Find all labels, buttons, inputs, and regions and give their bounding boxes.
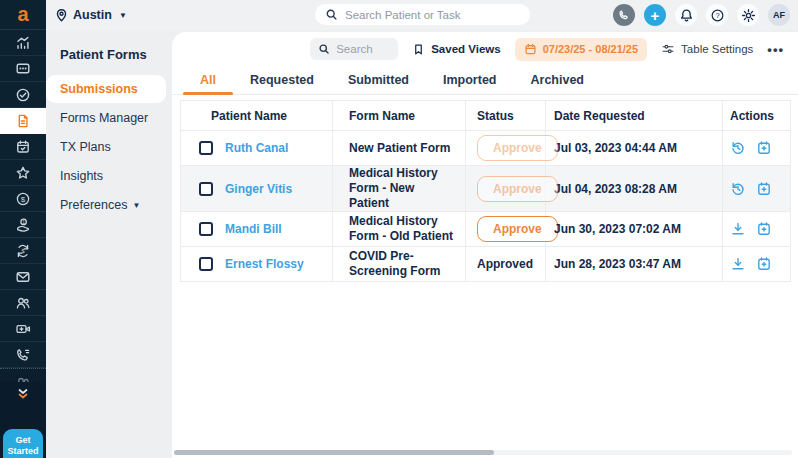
calendar-add-icon[interactable] (756, 221, 772, 237)
sidebar-item-tx-plans[interactable]: TX Plans (46, 133, 166, 161)
row-checkbox[interactable] (199, 182, 213, 196)
submissions-tabs: AllRequestedSubmittedImportedArchived (172, 66, 798, 95)
rail-item-call-log[interactable] (0, 342, 46, 368)
rail-scroll-more[interactable] (0, 382, 46, 408)
patient-name-link[interactable]: Ginger Vitis (225, 182, 292, 196)
map-pin-icon (54, 8, 69, 23)
settings-button[interactable] (737, 4, 759, 26)
rail-item-mail[interactable] (0, 264, 46, 290)
bookmark-icon (412, 43, 425, 56)
star-icon (15, 165, 31, 181)
column-header-form-name: Form Name (333, 101, 466, 131)
rail-item-billing[interactable]: $ (0, 186, 46, 212)
rail-item-collect-payment[interactable]: 1 (0, 212, 46, 238)
rail-item-video-visit[interactable] (0, 316, 46, 342)
help-button[interactable]: ? (706, 4, 728, 26)
chevron-down-icon: ▼ (119, 11, 127, 20)
rail-item-analytics[interactable] (0, 30, 46, 56)
chevron-down-icon: ▼ (132, 201, 140, 210)
global-search[interactable] (315, 4, 530, 25)
patient-name-link[interactable]: Mandi Bill (225, 222, 282, 236)
row-checkbox[interactable] (199, 141, 213, 155)
tab-submitted[interactable]: Submitted (331, 66, 426, 94)
video-plus-icon (15, 321, 31, 337)
horizontal-scrollbar (174, 450, 792, 455)
dollar-circle-icon: $ (15, 191, 31, 207)
sidebar-item-submissions[interactable]: Submissions (46, 75, 166, 103)
form-name-text: New Patient Form (349, 141, 457, 156)
tab-archived[interactable]: Archived (513, 66, 601, 94)
patient-name-link[interactable]: Ernest Flossy (225, 257, 304, 271)
envelope-icon (15, 269, 31, 285)
approve-button[interactable]: Approve (477, 216, 558, 242)
form-name-text: Medical History Form - Old Patient (349, 214, 457, 244)
search-icon (325, 8, 338, 21)
table-search-input[interactable] (336, 43, 390, 55)
users-icon (15, 295, 31, 311)
more-options-button[interactable]: ••• (767, 42, 784, 57)
rail-item-messages[interactable] (0, 56, 46, 82)
table-row: Ernest FlossyCOVID Pre-Screening FormApp… (181, 247, 791, 282)
table-body: Ruth CanalNew Patient FormApproveJul 03,… (181, 131, 791, 282)
svg-text:$: $ (21, 247, 24, 253)
location-selector[interactable]: Austin ▼ (54, 8, 127, 23)
sidebar-item-preferences[interactable]: Preferences▼ (46, 191, 166, 219)
get-started-button[interactable]: Get Started (3, 429, 43, 458)
download-icon[interactable] (730, 256, 746, 272)
app-logo: a (0, 0, 46, 30)
table-settings-button[interactable]: Table Settings (661, 42, 753, 56)
patient-name-link[interactable]: Ruth Canal (225, 141, 288, 155)
scrollbar-thumb[interactable] (174, 450, 494, 455)
global-search-input[interactable] (345, 9, 520, 21)
sidebar-menu: SubmissionsForms ManagerTX PlansInsights… (46, 75, 172, 219)
refresh-dollar-icon: $ (15, 243, 31, 259)
date-requested-text: Jun 30, 2023 07:02 AM (554, 222, 681, 236)
date-range-picker[interactable]: 07/23/25 - 08/21/25 (515, 38, 647, 61)
table-search[interactable] (310, 38, 398, 60)
rail-item-calendar[interactable] (0, 134, 46, 160)
sidebar-item-label: Submissions (60, 82, 138, 96)
approve-button[interactable]: Approve (477, 135, 558, 161)
add-button[interactable]: + (644, 4, 666, 26)
rail-item-patients[interactable] (0, 290, 46, 316)
date-requested-text: Jun 28, 2023 03:47 AM (554, 257, 681, 271)
table-header-row: Patient Name Form Name Status Date Reque… (181, 101, 791, 131)
rail-item-tasks[interactable] (0, 82, 46, 108)
chevron-double-down-icon (15, 388, 31, 402)
calendar-add-icon[interactable] (756, 140, 772, 156)
column-header-actions: Actions (723, 101, 791, 131)
calendar-add-icon[interactable] (756, 181, 772, 197)
tab-all[interactable]: All (183, 66, 233, 94)
tab-requested[interactable]: Requested (233, 66, 331, 94)
download-icon[interactable] (730, 221, 746, 237)
rail-item-reviews[interactable] (0, 160, 46, 186)
rail-item-patient-forms[interactable] (0, 108, 46, 134)
table-row: Ginger VitisMedical History Form - New P… (181, 166, 791, 212)
phone-button[interactable] (613, 4, 635, 26)
sidebar-item-label: Insights (60, 169, 103, 183)
search-icon (318, 43, 330, 55)
calendar-add-icon[interactable] (756, 256, 772, 272)
tab-imported[interactable]: Imported (426, 66, 513, 94)
approve-button[interactable]: Approve (477, 176, 558, 202)
sidebar-item-insights[interactable]: Insights (46, 162, 166, 190)
submissions-panel: Saved Views 07/23/25 - 08/21/25 Table Se… (172, 32, 798, 458)
row-checkbox[interactable] (199, 222, 213, 236)
sidebar-item-forms-manager[interactable]: Forms Manager (46, 104, 166, 132)
date-range-label: 07/23/25 - 08/21/25 (543, 43, 638, 55)
column-header-status: Status (466, 101, 546, 131)
history-icon[interactable] (730, 181, 746, 197)
rail-item-recurring-payments[interactable]: $ (0, 238, 46, 264)
row-checkbox[interactable] (199, 257, 213, 271)
sidebar-item-label: Preferences (60, 198, 127, 212)
analytics-icon (15, 35, 31, 51)
user-avatar[interactable]: AF (768, 4, 790, 26)
question-circle-icon: ? (710, 8, 725, 23)
saved-views-button[interactable]: Saved Views (412, 43, 500, 56)
gear-icon (741, 8, 756, 23)
history-icon[interactable] (730, 140, 746, 156)
rail-item-partial (0, 368, 46, 382)
notifications-button[interactable] (675, 4, 697, 26)
date-requested-text: Jul 03, 2023 04:44 AM (554, 141, 677, 155)
app-icon-rail: a $ 1 $ Get Started (0, 0, 46, 458)
